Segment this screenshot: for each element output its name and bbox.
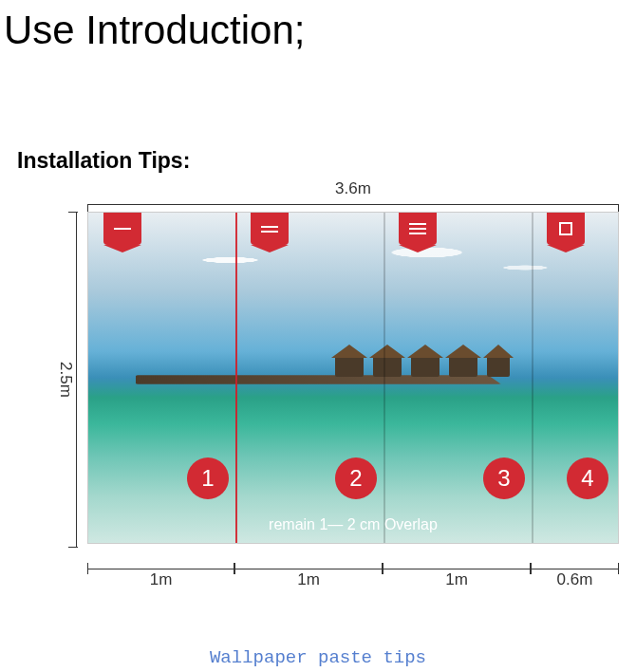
pier-walkway [136, 375, 501, 384]
panel-width-label: 1m [87, 570, 234, 589]
panel-divider [532, 213, 533, 543]
dimension-total-height: 2.5m [51, 212, 78, 548]
hut-icon [487, 356, 510, 377]
sky-clouds [107, 222, 599, 298]
diagram: 3.6m 2.5m 1 [19, 179, 617, 597]
panel-tag [399, 213, 437, 245]
diagram-container: Installation Tips: 3.6m 2.5m [0, 129, 636, 607]
panel-width-label: 1m [383, 570, 531, 589]
panel-divider [383, 213, 385, 543]
panel-number: 4 [567, 457, 608, 499]
panel-width: 1m [87, 553, 234, 586]
dimension-panel-widths: 1m 1m 1m 0.6m [87, 553, 619, 586]
panel-width: 1m [234, 553, 383, 586]
hut-icon [449, 356, 477, 377]
caption: Wallpaper paste tips [0, 647, 636, 668]
overlap-note: remain 1— 2 cm Overlap [88, 516, 618, 533]
total-height-label: 2.5m [56, 362, 75, 398]
panel-tag [547, 213, 585, 245]
dimension-total-width: 3.6m [87, 179, 619, 206]
hut-icon [373, 356, 402, 377]
wallpaper-image: 1 2 3 4 remain 1— 2 cm Overlap [87, 212, 619, 544]
panel-number: 2 [335, 457, 377, 499]
panel-tag [251, 213, 289, 245]
total-width-label: 3.6m [335, 179, 371, 197]
page-title: Use Introduction; [0, 0, 636, 53]
panel-width: 1m [383, 553, 531, 586]
panel-divider [235, 213, 237, 543]
hut-icon [411, 356, 440, 377]
hut-icon [335, 356, 364, 377]
panel-number: 3 [483, 457, 525, 499]
panel-number: 1 [187, 457, 229, 499]
panel-width-label: 0.6m [531, 570, 619, 589]
panel-tag [103, 213, 141, 245]
panel-width-label: 1m [234, 570, 383, 589]
section-heading: Installation Tips: [17, 148, 619, 174]
panel-width: 0.6m [531, 553, 619, 586]
